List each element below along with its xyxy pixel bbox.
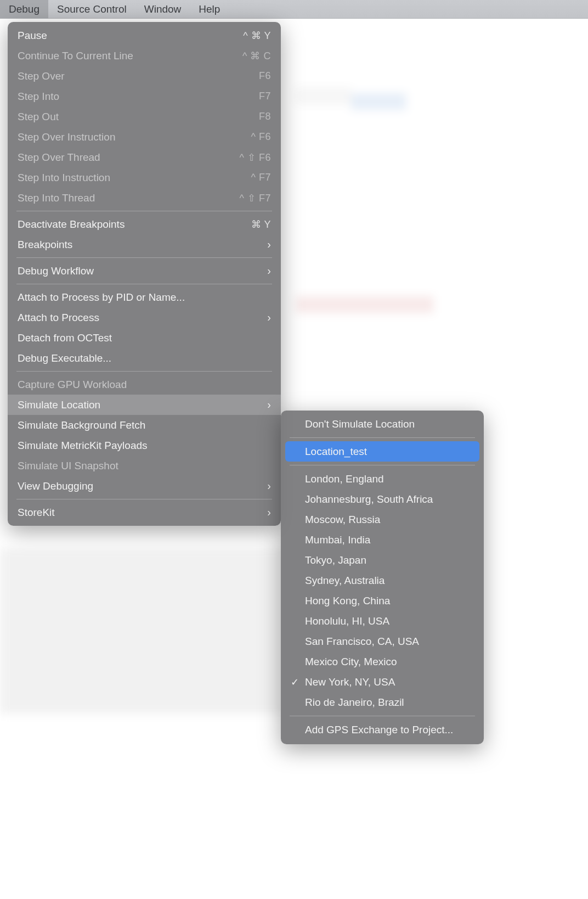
menu-item-label: Attach to Process by PID or Name...: [18, 291, 271, 304]
submenu-item-honolulu-hi-usa[interactable]: Honolulu, HI, USA: [285, 611, 479, 631]
menu-item-step-over-instruction: Step Over Instruction^ F6: [8, 127, 281, 147]
menu-item-label: Attach to Process: [18, 312, 263, 324]
chevron-right-icon: ›: [267, 398, 271, 411]
menu-item-shortcut: F6: [259, 70, 271, 82]
menu-item-shortcut: F7: [259, 91, 271, 102]
menu-item-simulate-ui-snapshot: Simulate UI Snapshot: [8, 456, 281, 476]
menu-item-continue-to-current-line: Continue To Current Line^ ⌘ C: [8, 46, 281, 66]
submenu-item-location-test[interactable]: Location_test: [285, 441, 479, 462]
chevron-right-icon: ›: [267, 238, 271, 251]
submenu-item-label: Rio de Janeiro, Brazil: [305, 697, 404, 707]
menu-item-label: Step Over: [18, 70, 259, 82]
submenu-item-san-francisco-ca-usa[interactable]: San Francisco, CA, USA: [285, 631, 479, 651]
menu-item-step-over: Step OverF6: [8, 66, 281, 86]
submenu-item-label: Mexico City, Mexico: [305, 656, 397, 667]
menu-item-shortcut: ^ ⇧ F7: [240, 192, 271, 204]
menu-item-attach-to-process[interactable]: Attach to Process›: [8, 307, 281, 328]
chevron-right-icon: ›: [267, 506, 271, 519]
submenu-item-label: Add GPS Exchange to Project...: [305, 724, 453, 735]
submenu-item-new-york-ny-usa[interactable]: ✓New York, NY, USA: [285, 672, 479, 692]
submenu-item-label: Mumbai, India: [305, 535, 370, 545]
menu-item-shortcut: ^ ⌘ Y: [243, 30, 271, 42]
simulate-location-submenu: Don't Simulate LocationLocation_testLond…: [281, 411, 484, 744]
menu-separator: [16, 371, 272, 372]
submenu-item-label: London, England: [305, 474, 384, 484]
submenu-item-label: Sydney, Australia: [305, 575, 385, 586]
submenu-item-johannesburg-south-africa[interactable]: Johannesburg, South Africa: [285, 489, 479, 509]
menu-item-simulate-location[interactable]: Simulate Location›: [8, 395, 281, 415]
submenu-item-sydney-australia[interactable]: Sydney, Australia: [285, 570, 479, 591]
menu-item-shortcut: ^ ⇧ F6: [240, 151, 271, 164]
menu-item-label: Simulate MetricKit Payloads: [18, 440, 271, 452]
submenu-item-hong-kong-china[interactable]: Hong Kong, China: [285, 591, 479, 611]
menu-item-simulate-metrickit-payloads[interactable]: Simulate MetricKit Payloads: [8, 435, 281, 456]
menu-item-attach-to-process-by-pid-or-name[interactable]: Attach to Process by PID or Name...: [8, 287, 281, 307]
menu-item-label: Simulate Location: [18, 399, 263, 411]
submenu-item-label: Moscow, Russia: [305, 514, 380, 525]
menu-item-label: Step Into Thread: [18, 192, 240, 204]
menu-item-label: Step Into Instruction: [18, 172, 251, 184]
menu-separator: [16, 284, 272, 284]
menu-item-label: Step Into: [18, 91, 259, 103]
menu-item-label: Breakpoints: [18, 239, 263, 251]
menu-item-breakpoints[interactable]: Breakpoints›: [8, 234, 281, 255]
submenu-item-add-gps-exchange-to-project[interactable]: Add GPS Exchange to Project...: [285, 720, 479, 740]
menu-item-step-into-thread: Step Into Thread^ ⇧ F7: [8, 188, 281, 208]
submenu-item-moscow-russia[interactable]: Moscow, Russia: [285, 509, 479, 530]
submenu-item-london-england[interactable]: London, England: [285, 469, 479, 489]
menu-item-label: Debug Workflow: [18, 265, 263, 277]
checkmark-icon: ✓: [291, 677, 299, 687]
submenu-item-label: Johannesburg, South Africa: [305, 494, 433, 504]
menu-item-shortcut: ^ F7: [251, 172, 271, 183]
menu-item-label: Detach from OCTest: [18, 332, 271, 344]
menu-item-simulate-background-fetch[interactable]: Simulate Background Fetch: [8, 415, 281, 435]
submenu-item-tokyo-japan[interactable]: Tokyo, Japan: [285, 550, 479, 570]
menu-item-label: Step Over Instruction: [18, 131, 251, 143]
menu-item-label: Capture GPU Workload: [18, 379, 271, 391]
menu-item-detach-from-octest[interactable]: Detach from OCTest: [8, 328, 281, 348]
menu-item-label: View Debugging: [18, 480, 263, 492]
menu-item-label: Debug Executable...: [18, 352, 271, 364]
submenu-item-rio-de-janeiro-brazil[interactable]: Rio de Janeiro, Brazil: [285, 692, 479, 712]
menu-item-label: Step Over Thread: [18, 151, 240, 164]
chevron-right-icon: ›: [267, 265, 271, 277]
menu-separator: [16, 257, 272, 258]
menu-item-step-into-instruction: Step Into Instruction^ F7: [8, 167, 281, 188]
menubar-item-help[interactable]: Help: [190, 0, 229, 19]
menu-item-debug-workflow[interactable]: Debug Workflow›: [8, 261, 281, 281]
submenu-separator: [290, 465, 475, 465]
submenu-item-label: Tokyo, Japan: [305, 555, 366, 565]
menu-item-pause[interactable]: Pause^ ⌘ Y: [8, 25, 281, 46]
menu-item-label: Simulate UI Snapshot: [18, 460, 271, 472]
menu-item-shortcut: ^ F6: [251, 131, 271, 143]
menu-item-step-out: Step OutF8: [8, 106, 281, 127]
menu-item-shortcut: ^ ⌘ C: [242, 50, 271, 62]
menubar-item-source-control[interactable]: Source Control: [48, 0, 135, 19]
menubar: DebugSource ControlWindowHelp: [0, 0, 588, 19]
menubar-item-window[interactable]: Window: [135, 0, 190, 19]
submenu-item-label: Hong Kong, China: [305, 595, 390, 606]
menu-item-step-over-thread: Step Over Thread^ ⇧ F6: [8, 147, 281, 167]
submenu-separator: [290, 716, 475, 716]
menu-item-view-debugging[interactable]: View Debugging›: [8, 476, 281, 496]
menu-item-storekit[interactable]: StoreKit›: [8, 502, 281, 522]
submenu-item-label: San Francisco, CA, USA: [305, 636, 419, 647]
submenu-item-don-t-simulate-location[interactable]: Don't Simulate Location: [285, 414, 479, 434]
menubar-item-debug[interactable]: Debug: [0, 0, 48, 19]
submenu-item-mumbai-india[interactable]: Mumbai, India: [285, 530, 479, 550]
menu-item-label: Continue To Current Line: [18, 50, 242, 62]
menu-separator: [16, 211, 272, 211]
menu-item-capture-gpu-workload: Capture GPU Workload: [8, 374, 281, 395]
menu-item-step-into: Step IntoF7: [8, 86, 281, 106]
submenu-item-label: New York, NY, USA: [305, 677, 395, 687]
debug-dropdown-menu: Pause^ ⌘ YContinue To Current Line^ ⌘ CS…: [8, 22, 281, 526]
menu-separator: [16, 499, 272, 499]
menu-item-shortcut: F8: [259, 111, 271, 122]
submenu-item-mexico-city-mexico[interactable]: Mexico City, Mexico: [285, 651, 479, 672]
submenu-item-label: Honolulu, HI, USA: [305, 616, 389, 626]
menu-item-label: StoreKit: [18, 507, 263, 519]
menu-item-debug-executable[interactable]: Debug Executable...: [8, 348, 281, 368]
menu-item-label: Pause: [18, 30, 243, 42]
menu-item-label: Step Out: [18, 111, 259, 123]
menu-item-deactivate-breakpoints[interactable]: Deactivate Breakpoints⌘ Y: [8, 214, 281, 234]
